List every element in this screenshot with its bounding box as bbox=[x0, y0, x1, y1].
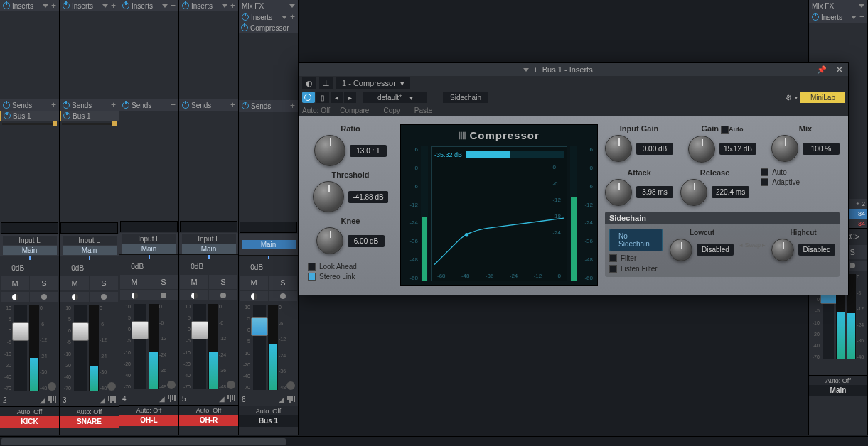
waveform-icon[interactable] bbox=[287, 396, 295, 403]
monitor-button[interactable] bbox=[120, 290, 149, 300]
plus-icon[interactable]: + bbox=[171, 1, 176, 11]
record-button[interactable] bbox=[209, 290, 237, 300]
power-icon[interactable] bbox=[242, 13, 249, 21]
gear-icon[interactable] bbox=[227, 381, 235, 389]
plus-icon[interactable]: + bbox=[171, 100, 176, 110]
pan-control[interactable]: 0dB bbox=[0, 260, 59, 276]
channel-name[interactable]: OH-R bbox=[179, 415, 238, 426]
mute-button[interactable]: M bbox=[1, 276, 29, 290]
fader[interactable] bbox=[14, 305, 27, 391]
pan-control[interactable]: 0dB bbox=[239, 259, 298, 275]
copy-button[interactable]: Copy bbox=[379, 106, 404, 115]
plus-icon[interactable]: + bbox=[290, 101, 295, 111]
channel-name[interactable]: Main bbox=[809, 385, 867, 396]
mixfx-header[interactable]: Mix FX bbox=[239, 0, 298, 11]
output-selector[interactable]: Main bbox=[3, 246, 57, 255]
automation-mode[interactable]: Auto: Off bbox=[239, 406, 298, 415]
preset-selector[interactable]: default* ▾ bbox=[363, 92, 427, 103]
fader[interactable] bbox=[74, 305, 87, 391]
highcut-knob[interactable] bbox=[771, 239, 794, 261]
input-selector[interactable]: Input L bbox=[182, 234, 236, 244]
ratio-value[interactable]: 13.0 : 1 bbox=[350, 145, 387, 157]
fader[interactable] bbox=[253, 305, 266, 390]
eq-icon[interactable]: ◢ bbox=[279, 396, 284, 403]
plugin-titlebar[interactable]: + Bus 1 - Inserts 📌 ✕ bbox=[299, 63, 848, 76]
solo-button[interactable]: S bbox=[30, 276, 58, 290]
mute-button[interactable]: M bbox=[60, 276, 89, 290]
automation-mode[interactable]: Auto: Off bbox=[0, 406, 59, 416]
sc-filter-checkbox[interactable] bbox=[609, 254, 617, 262]
record-button[interactable] bbox=[149, 290, 178, 300]
power-icon[interactable] bbox=[3, 102, 10, 109]
nav-tree-button[interactable]: ⊥ bbox=[319, 77, 333, 89]
ratio-knob[interactable] bbox=[314, 135, 345, 166]
power-icon[interactable] bbox=[63, 112, 70, 119]
power-icon[interactable] bbox=[3, 2, 10, 9]
mute-button[interactable]: M bbox=[240, 276, 268, 290]
solo-button[interactable]: S bbox=[209, 275, 237, 289]
eq-icon[interactable]: ◢ bbox=[100, 396, 105, 404]
solo-button[interactable]: S bbox=[149, 275, 178, 289]
output-selector[interactable]: Main bbox=[182, 244, 236, 254]
inserts-header[interactable]: Inserts+ bbox=[119, 0, 178, 11]
send-slot[interactable]: Bus 1 bbox=[0, 111, 59, 121]
automation-mode[interactable]: Auto: Off bbox=[60, 406, 119, 416]
plus-icon[interactable]: + bbox=[51, 1, 56, 11]
waveform-icon[interactable] bbox=[108, 396, 116, 403]
plus-icon[interactable]: + bbox=[230, 100, 235, 110]
plus-icon[interactable]: + bbox=[111, 100, 116, 110]
attack-knob[interactable] bbox=[605, 179, 632, 206]
inserts-header[interactable]: Inserts+ bbox=[239, 11, 298, 23]
transfer-curve[interactable]: -35.32 dB 0-6-12-18-24 -60-48-36-24-120 bbox=[431, 146, 567, 281]
pin-icon[interactable]: 📌 bbox=[817, 65, 827, 75]
plus-icon[interactable]: + bbox=[533, 65, 537, 74]
output-selector[interactable]: Main bbox=[122, 244, 176, 254]
output-selector[interactable]: Main bbox=[63, 246, 117, 255]
sends-header[interactable]: Sends+ bbox=[0, 99, 59, 111]
horizontal-scrollbar[interactable] bbox=[0, 436, 868, 446]
plus-icon[interactable]: + bbox=[111, 1, 116, 11]
gear-icon[interactable]: ⚙ bbox=[786, 94, 792, 102]
waveform-icon[interactable] bbox=[48, 396, 56, 403]
power-icon[interactable] bbox=[812, 13, 819, 21]
inserts-header[interactable]: Inserts+ bbox=[809, 11, 867, 23]
automation-mode[interactable]: Auto: Off bbox=[179, 405, 238, 415]
prev-preset-button[interactable]: ▯ bbox=[316, 92, 329, 103]
plus-icon[interactable]: + bbox=[230, 1, 235, 11]
sends-header[interactable]: Sends+ bbox=[119, 99, 178, 111]
eq-icon[interactable]: ◢ bbox=[159, 395, 165, 403]
monitor-button[interactable] bbox=[180, 290, 208, 300]
close-icon[interactable]: ✕ bbox=[835, 64, 844, 75]
next-button[interactable]: ▸ bbox=[344, 92, 356, 103]
waveform-icon[interactable] bbox=[227, 395, 235, 402]
insert-slot[interactable]: Compressor bbox=[239, 23, 298, 33]
monitor-button[interactable] bbox=[1, 292, 29, 302]
channel-name[interactable]: Bus 1 bbox=[239, 415, 298, 427]
solo-button[interactable]: S bbox=[90, 276, 118, 290]
monitor-button[interactable] bbox=[240, 291, 268, 301]
sends-header[interactable]: Sends+ bbox=[179, 99, 238, 111]
nav-prev-button[interactable]: ◐ bbox=[302, 77, 316, 89]
input-selector[interactable]: Input L bbox=[122, 234, 176, 244]
sends-header[interactable]: Sends+ bbox=[239, 100, 298, 111]
pan-control[interactable]: 0dB bbox=[119, 259, 178, 274]
minilab-badge[interactable]: MiniLab bbox=[800, 92, 845, 103]
knee-knob[interactable] bbox=[316, 227, 343, 254]
inserts-header[interactable]: Inserts+ bbox=[179, 0, 238, 11]
prev-button[interactable]: ◂ bbox=[331, 92, 343, 103]
swap-button[interactable]: ◂ Swap ▸ bbox=[739, 241, 766, 249]
power-icon[interactable] bbox=[122, 2, 129, 9]
inserts-header[interactable]: Inserts+ bbox=[60, 0, 119, 11]
fader[interactable] bbox=[134, 304, 146, 389]
sc-listen-checkbox[interactable] bbox=[609, 265, 617, 273]
gain-knob[interactable] bbox=[688, 136, 715, 163]
gear-icon[interactable] bbox=[286, 381, 295, 390]
mixfx-header[interactable]: Mix FX bbox=[809, 0, 867, 11]
inserts-header[interactable]: Inserts+ bbox=[0, 0, 59, 11]
release-adaptive-checkbox[interactable] bbox=[761, 178, 768, 186]
knee-value[interactable]: 6.00 dB bbox=[348, 235, 385, 247]
eq-icon[interactable]: ◢ bbox=[219, 395, 225, 403]
record-button[interactable] bbox=[30, 292, 58, 302]
paste-button[interactable]: Paste bbox=[410, 106, 437, 115]
stereolink-checkbox[interactable] bbox=[308, 273, 316, 281]
